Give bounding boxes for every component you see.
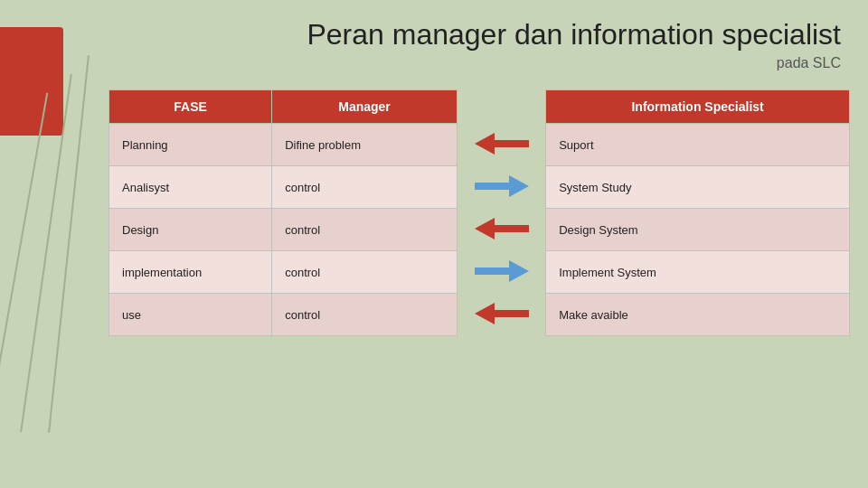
deco-line-1 [0, 93, 48, 414]
header-manager: Manager [272, 90, 458, 124]
cell-manager: control [272, 166, 458, 209]
page-subtitle: pada SLC [108, 55, 850, 71]
cell-info-specialist: Make avaible [546, 294, 850, 336]
decorative-left [0, 0, 108, 488]
cell-arrow [457, 294, 545, 336]
cell-manager: control [272, 209, 458, 251]
page-title: Peran manager dan information specialist [108, 18, 850, 52]
table-container: FASE Manager Information Specialist Plan… [108, 89, 850, 336]
cell-arrow [457, 124, 545, 166]
cell-fase: implementation [109, 251, 272, 294]
cell-fase: Planning [109, 124, 272, 166]
table-row: DesigncontrolDesign System [109, 209, 850, 251]
cell-arrow [457, 251, 545, 294]
main-content: Peran manager dan information specialist… [108, 18, 850, 470]
header-fase: FASE [109, 90, 272, 124]
cell-manager: control [272, 251, 458, 294]
red-decoration [0, 27, 63, 136]
table-header-row: FASE Manager Information Specialist [109, 90, 850, 124]
svg-marker-3 [475, 260, 529, 282]
cell-manager: control [272, 294, 458, 336]
header-info-specialist: Information Specialist [546, 90, 850, 124]
svg-marker-4 [475, 303, 529, 324]
table-row: implementationcontrolImplement System [109, 251, 850, 294]
cell-manager: Difine problem [272, 124, 458, 166]
table-row: AnalisystcontrolSystem Study [109, 166, 850, 209]
main-table: FASE Manager Information Specialist Plan… [108, 89, 850, 336]
cell-info-specialist: Design System [546, 209, 850, 251]
cell-fase: Analisyst [109, 166, 272, 209]
cell-fase: Design [109, 209, 272, 251]
cell-fase: use [109, 294, 272, 336]
svg-marker-1 [475, 175, 529, 197]
cell-arrow [457, 209, 545, 251]
table-row: usecontrolMake avaible [109, 294, 850, 336]
table-body: PlanningDifine problemSuportAnalisystcon… [109, 124, 850, 336]
svg-marker-2 [475, 218, 529, 239]
cell-arrow [457, 166, 545, 209]
svg-marker-0 [475, 133, 529, 155]
header-arrow [457, 90, 545, 124]
table-row: PlanningDifine problemSuport [109, 124, 850, 166]
cell-info-specialist: System Study [546, 166, 850, 209]
cell-info-specialist: Implement System [546, 251, 850, 294]
cell-info-specialist: Suport [546, 124, 850, 166]
